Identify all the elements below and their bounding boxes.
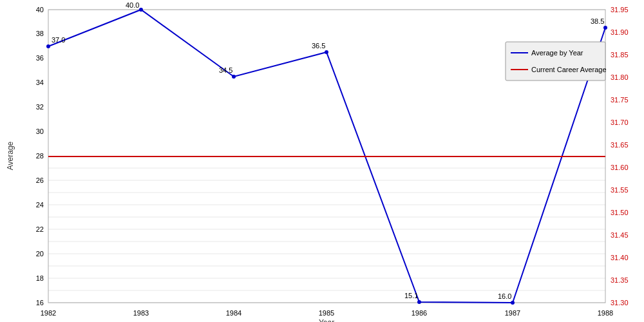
y-right-tick-31-55: 31.55 (611, 186, 629, 194)
y-right-tick-31-90: 31.90 (611, 28, 629, 36)
label-1984: 34.5 (219, 66, 232, 74)
y-right-tick-31-60: 31.60 (611, 164, 629, 171)
y-left-tick-16: 16 (36, 299, 44, 307)
y-left-axis-label: Average (6, 141, 15, 170)
x-tick-1982: 1982 (41, 309, 56, 317)
data-point-1982 (46, 44, 50, 48)
label-1987: 16.0 (498, 292, 511, 300)
y-left-tick-38: 38 (36, 30, 44, 37)
x-tick-1987: 1987 (505, 309, 520, 317)
label-1986: 15.1 (404, 292, 418, 299)
legend-label-avg-year: Average by Year (531, 49, 583, 57)
y-left-tick-40: 40 (36, 6, 44, 14)
y-left-tick-20: 20 (36, 250, 44, 258)
y-left-tick-30: 30 (36, 128, 44, 135)
y-right-tick-31-50: 31.50 (611, 209, 629, 216)
x-tick-1986: 1986 (412, 309, 427, 317)
x-tick-1985: 1985 (319, 309, 334, 317)
x-tick-1983: 1983 (133, 309, 149, 317)
y-right-tick-31-80: 31.80 (611, 73, 629, 81)
y-left-tick-24: 24 (36, 201, 44, 209)
x-tick-1988: 1988 (598, 309, 613, 317)
y-left-tick-26: 26 (36, 176, 44, 184)
data-point-1988 (603, 26, 607, 30)
y-right-tick-31-40: 31.40 (611, 254, 629, 261)
data-point-1983 (139, 8, 143, 12)
data-point-1984 (232, 75, 236, 79)
y-right-tick-31-65: 31.65 (611, 141, 629, 149)
y-right-tick-31-35: 31.35 (611, 276, 629, 284)
chart-svg: 1982 1983 1984 1985 1986 1987 1988 Year … (0, 0, 644, 322)
legend-box (506, 42, 605, 80)
x-axis-label: Year (319, 318, 334, 322)
y-left-tick-18: 18 (36, 274, 44, 282)
y-right-tick-31-95: 31.95 (611, 6, 629, 14)
y-left-tick-22: 22 (36, 225, 44, 233)
y-right-tick-31-70: 31.70 (611, 118, 629, 126)
label-1985: 36.5 (312, 42, 325, 50)
y-right-tick-31-75: 31.75 (611, 96, 629, 104)
y-left-tick-32: 32 (36, 103, 44, 111)
y-right-tick-31-30: 31.30 (611, 299, 629, 307)
data-point-1987 (511, 301, 515, 305)
x-tick-1984: 1984 (226, 309, 242, 317)
chart-container: 1982 1983 1984 1985 1986 1987 1988 Year … (0, 0, 644, 322)
label-1988: 38.5 (591, 17, 604, 25)
y-left-tick-36: 36 (36, 54, 44, 62)
y-left-tick-28: 28 (36, 152, 44, 160)
y-left-tick-34: 34 (36, 79, 44, 86)
label-1982: 37.0 (52, 36, 65, 44)
data-point-1985 (325, 50, 328, 54)
data-point-1986 (417, 300, 421, 304)
legend-label-career-avg: Current Career Average (531, 66, 607, 73)
y-right-tick-31-85: 31.85 (611, 51, 629, 59)
y-right-tick-31-45: 31.45 (611, 231, 629, 239)
label-1983: 40.0 (126, 1, 139, 9)
